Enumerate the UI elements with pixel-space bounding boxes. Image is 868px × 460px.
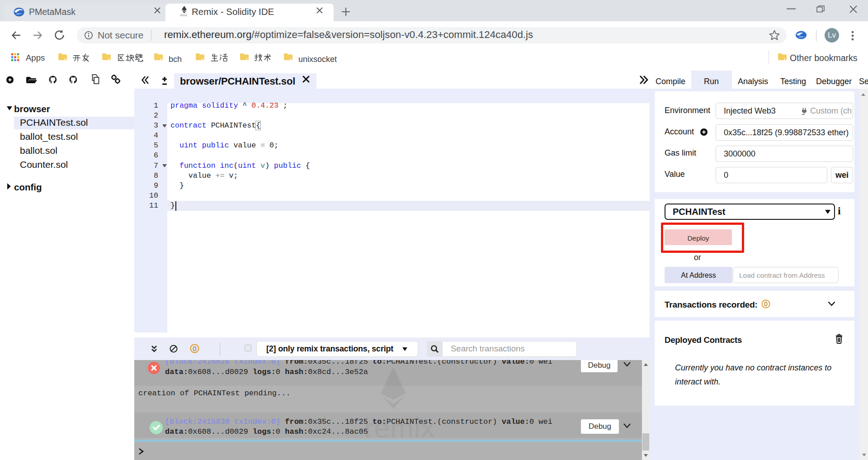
svg-text:bch: bch [169, 55, 182, 64]
svg-text:remix: remix [180, 14, 188, 17]
svg-text:0: 0 [764, 300, 768, 308]
svg-text:0: 0 [193, 345, 196, 352]
svg-text:unixsocket: unixsocket [298, 55, 337, 64]
